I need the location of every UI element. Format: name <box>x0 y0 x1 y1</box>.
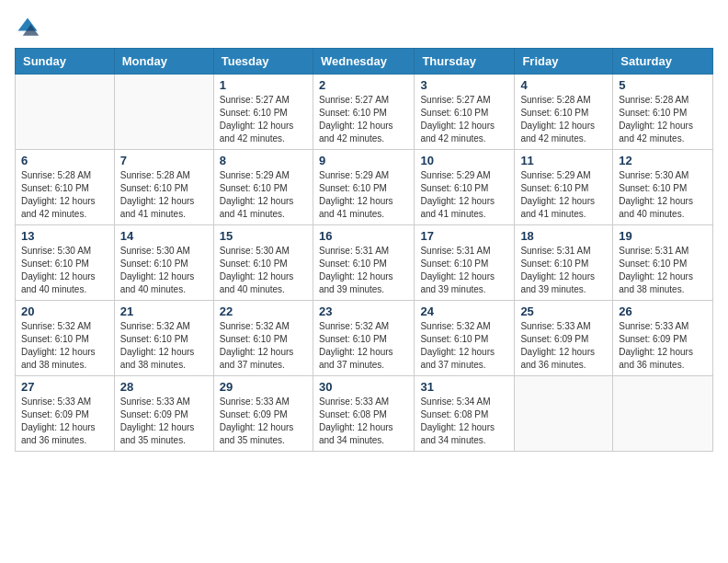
calendar-cell: 19Sunrise: 5:31 AM Sunset: 6:10 PM Dayli… <box>613 225 713 301</box>
calendar-cell: 18Sunrise: 5:31 AM Sunset: 6:10 PM Dayli… <box>515 225 613 301</box>
calendar-cell: 10Sunrise: 5:29 AM Sunset: 6:10 PM Dayli… <box>415 150 515 225</box>
day-info: Sunrise: 5:30 AM Sunset: 6:10 PM Dayligh… <box>21 245 108 296</box>
day-info: Sunrise: 5:31 AM Sunset: 6:10 PM Dayligh… <box>520 245 607 296</box>
day-info: Sunrise: 5:28 AM Sunset: 6:10 PM Dayligh… <box>21 169 108 221</box>
calendar-cell: 30Sunrise: 5:33 AM Sunset: 6:08 PM Dayli… <box>313 376 414 452</box>
calendar-cell: 29Sunrise: 5:33 AM Sunset: 6:09 PM Dayli… <box>213 376 313 452</box>
day-number: 13 <box>21 229 108 243</box>
calendar-day-header: Saturday <box>613 49 713 75</box>
day-info: Sunrise: 5:31 AM Sunset: 6:10 PM Dayligh… <box>319 245 408 296</box>
calendar-week-row: 1Sunrise: 5:27 AM Sunset: 6:10 PM Daylig… <box>16 75 713 150</box>
calendar-cell: 22Sunrise: 5:32 AM Sunset: 6:10 PM Dayli… <box>213 301 313 376</box>
calendar-day-header: Sunday <box>16 49 115 75</box>
day-info: Sunrise: 5:31 AM Sunset: 6:10 PM Dayligh… <box>420 245 508 296</box>
day-number: 7 <box>120 154 208 167</box>
day-info: Sunrise: 5:34 AM Sunset: 6:08 PM Dayligh… <box>420 396 508 447</box>
calendar-cell: 8Sunrise: 5:29 AM Sunset: 6:10 PM Daylig… <box>213 150 313 225</box>
day-info: Sunrise: 5:27 AM Sunset: 6:10 PM Dayligh… <box>319 94 408 145</box>
day-info: Sunrise: 5:30 AM Sunset: 6:10 PM Dayligh… <box>220 245 307 296</box>
day-number: 1 <box>220 78 307 92</box>
calendar-cell: 11Sunrise: 5:29 AM Sunset: 6:10 PM Dayli… <box>515 150 613 225</box>
calendar-cell: 27Sunrise: 5:33 AM Sunset: 6:09 PM Dayli… <box>16 376 115 452</box>
day-number: 4 <box>520 78 607 92</box>
day-number: 21 <box>120 304 208 318</box>
day-info: Sunrise: 5:32 AM Sunset: 6:10 PM Dayligh… <box>319 320 408 372</box>
day-info: Sunrise: 5:33 AM Sunset: 6:09 PM Dayligh… <box>220 396 307 447</box>
calendar-cell: 9Sunrise: 5:29 AM Sunset: 6:10 PM Daylig… <box>313 150 414 225</box>
calendar-week-row: 20Sunrise: 5:32 AM Sunset: 6:10 PM Dayli… <box>16 301 713 376</box>
calendar-cell: 20Sunrise: 5:32 AM Sunset: 6:10 PM Dayli… <box>16 301 115 376</box>
calendar-header-row: SundayMondayTuesdayWednesdayThursdayFrid… <box>16 49 713 75</box>
calendar-table: SundayMondayTuesdayWednesdayThursdayFrid… <box>15 48 713 452</box>
day-info: Sunrise: 5:28 AM Sunset: 6:10 PM Dayligh… <box>619 94 707 145</box>
day-number: 8 <box>220 154 307 167</box>
day-number: 29 <box>220 380 307 394</box>
day-number: 25 <box>520 304 607 318</box>
day-number: 12 <box>619 154 707 167</box>
calendar-week-row: 6Sunrise: 5:28 AM Sunset: 6:10 PM Daylig… <box>16 150 713 225</box>
calendar-cell <box>515 376 613 452</box>
day-info: Sunrise: 5:28 AM Sunset: 6:10 PM Dayligh… <box>520 94 607 145</box>
calendar-cell: 21Sunrise: 5:32 AM Sunset: 6:10 PM Dayli… <box>114 301 213 376</box>
day-number: 16 <box>319 229 408 243</box>
calendar-cell: 15Sunrise: 5:30 AM Sunset: 6:10 PM Dayli… <box>213 225 313 301</box>
day-info: Sunrise: 5:29 AM Sunset: 6:10 PM Dayligh… <box>420 169 508 221</box>
day-number: 20 <box>21 304 108 318</box>
calendar-cell <box>114 75 213 150</box>
calendar-day-header: Monday <box>114 49 213 75</box>
day-number: 18 <box>520 229 607 243</box>
calendar-cell: 31Sunrise: 5:34 AM Sunset: 6:08 PM Dayli… <box>415 376 515 452</box>
day-number: 15 <box>220 229 307 243</box>
day-info: Sunrise: 5:28 AM Sunset: 6:10 PM Dayligh… <box>120 169 208 221</box>
calendar-cell: 14Sunrise: 5:30 AM Sunset: 6:10 PM Dayli… <box>114 225 213 301</box>
calendar-cell: 13Sunrise: 5:30 AM Sunset: 6:10 PM Dayli… <box>16 225 115 301</box>
logo <box>15 15 44 40</box>
calendar-cell: 3Sunrise: 5:27 AM Sunset: 6:10 PM Daylig… <box>415 75 515 150</box>
day-number: 3 <box>420 78 508 92</box>
page-header <box>15 15 713 40</box>
day-number: 2 <box>319 78 408 92</box>
calendar-day-header: Friday <box>515 49 613 75</box>
day-number: 17 <box>420 229 508 243</box>
day-info: Sunrise: 5:30 AM Sunset: 6:10 PM Dayligh… <box>619 169 707 221</box>
day-info: Sunrise: 5:31 AM Sunset: 6:10 PM Dayligh… <box>619 245 707 296</box>
calendar-cell: 2Sunrise: 5:27 AM Sunset: 6:10 PM Daylig… <box>313 75 414 150</box>
day-info: Sunrise: 5:32 AM Sunset: 6:10 PM Dayligh… <box>21 320 108 372</box>
calendar-day-header: Thursday <box>415 49 515 75</box>
calendar-cell: 12Sunrise: 5:30 AM Sunset: 6:10 PM Dayli… <box>613 150 713 225</box>
calendar-cell: 6Sunrise: 5:28 AM Sunset: 6:10 PM Daylig… <box>16 150 115 225</box>
day-info: Sunrise: 5:29 AM Sunset: 6:10 PM Dayligh… <box>319 169 408 221</box>
day-number: 31 <box>420 380 508 394</box>
day-number: 19 <box>619 229 707 243</box>
day-info: Sunrise: 5:32 AM Sunset: 6:10 PM Dayligh… <box>120 320 208 372</box>
calendar-cell: 7Sunrise: 5:28 AM Sunset: 6:10 PM Daylig… <box>114 150 213 225</box>
day-number: 10 <box>420 154 508 167</box>
day-info: Sunrise: 5:27 AM Sunset: 6:10 PM Dayligh… <box>420 94 508 145</box>
day-info: Sunrise: 5:29 AM Sunset: 6:10 PM Dayligh… <box>220 169 307 221</box>
day-number: 23 <box>319 304 408 318</box>
day-info: Sunrise: 5:33 AM Sunset: 6:09 PM Dayligh… <box>120 396 208 447</box>
day-number: 22 <box>220 304 307 318</box>
calendar-cell: 1Sunrise: 5:27 AM Sunset: 6:10 PM Daylig… <box>213 75 313 150</box>
calendar-cell: 17Sunrise: 5:31 AM Sunset: 6:10 PM Dayli… <box>415 225 515 301</box>
day-number: 5 <box>619 78 707 92</box>
calendar-day-header: Wednesday <box>313 49 414 75</box>
calendar-cell: 26Sunrise: 5:33 AM Sunset: 6:09 PM Dayli… <box>613 301 713 376</box>
calendar-cell <box>613 376 713 452</box>
day-number: 9 <box>319 154 408 167</box>
day-number: 24 <box>420 304 508 318</box>
day-info: Sunrise: 5:33 AM Sunset: 6:08 PM Dayligh… <box>319 396 408 447</box>
day-number: 26 <box>619 304 707 318</box>
day-info: Sunrise: 5:29 AM Sunset: 6:10 PM Dayligh… <box>520 169 607 221</box>
calendar-week-row: 27Sunrise: 5:33 AM Sunset: 6:09 PM Dayli… <box>16 376 713 452</box>
day-info: Sunrise: 5:33 AM Sunset: 6:09 PM Dayligh… <box>619 320 707 372</box>
day-number: 11 <box>520 154 607 167</box>
calendar-week-row: 13Sunrise: 5:30 AM Sunset: 6:10 PM Dayli… <box>16 225 713 301</box>
calendar-cell: 24Sunrise: 5:32 AM Sunset: 6:10 PM Dayli… <box>415 301 515 376</box>
day-info: Sunrise: 5:33 AM Sunset: 6:09 PM Dayligh… <box>520 320 607 372</box>
calendar-cell: 23Sunrise: 5:32 AM Sunset: 6:10 PM Dayli… <box>313 301 414 376</box>
calendar-day-header: Tuesday <box>213 49 313 75</box>
calendar-cell: 16Sunrise: 5:31 AM Sunset: 6:10 PM Dayli… <box>313 225 414 301</box>
day-info: Sunrise: 5:27 AM Sunset: 6:10 PM Dayligh… <box>220 94 307 145</box>
calendar-cell: 5Sunrise: 5:28 AM Sunset: 6:10 PM Daylig… <box>613 75 713 150</box>
